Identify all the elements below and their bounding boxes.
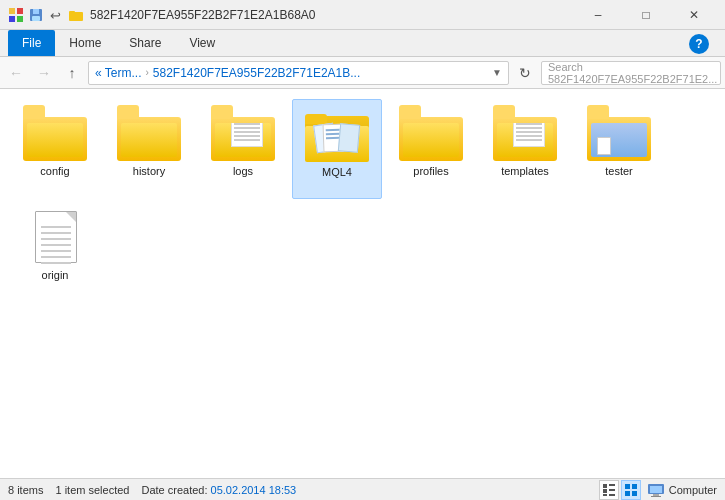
help-button[interactable]: ?	[689, 34, 709, 54]
svg-rect-1	[17, 8, 23, 14]
status-item-count: 8 items	[8, 484, 43, 496]
file-item-templates[interactable]: templates	[480, 99, 570, 199]
file-item-label-profiles: profiles	[413, 165, 448, 177]
file-item-tester[interactable]: tester	[574, 99, 664, 199]
svg-rect-0	[9, 8, 15, 14]
file-item-label-templates: templates	[501, 165, 549, 177]
tab-file[interactable]: File	[8, 30, 55, 56]
title-bar-system-icons: ↩	[8, 7, 84, 23]
view-icon-buttons	[599, 480, 641, 500]
ribbon-tab-list: File Home Share View ?	[0, 30, 725, 56]
file-item-label-origin: origin	[42, 269, 69, 281]
svg-rect-20	[625, 491, 630, 496]
breadcrumb: « Term... › 582F1420F7EA955F22B2F71E2A1B…	[95, 66, 492, 80]
file-item-history[interactable]: history	[104, 99, 194, 199]
file-item-profiles[interactable]: profiles	[386, 99, 476, 199]
svg-rect-21	[632, 491, 637, 496]
svg-rect-25	[651, 496, 661, 497]
file-item-logs[interactable]: logs	[198, 99, 288, 199]
file-item-label-MQL4: MQL4	[322, 166, 352, 178]
breadcrumb-arrow: ›	[145, 67, 148, 78]
computer-button[interactable]: Computer	[647, 483, 717, 497]
svg-rect-5	[33, 9, 39, 14]
large-icon-view-button[interactable]	[621, 480, 641, 500]
window-title: 582F1420F7EA955F22B2F71E2A1B68A0	[90, 8, 569, 22]
minimize-button[interactable]: –	[575, 0, 621, 30]
svg-rect-9	[69, 11, 75, 14]
computer-label: Computer	[669, 484, 717, 496]
up-button[interactable]: ↑	[60, 61, 84, 85]
folder-quick-icon	[68, 7, 84, 23]
folder-icon	[305, 106, 369, 162]
breadcrumb-full[interactable]: 582F1420F7EA955F22B2F71E2A1B...	[153, 66, 360, 80]
folder-icon	[211, 105, 275, 161]
file-item-MQL4[interactable]: MQL4	[292, 99, 382, 199]
status-bar: 8 items 1 item selected Date created: 05…	[0, 478, 725, 500]
refresh-button[interactable]: ↻	[513, 61, 537, 85]
content-area: config history logs	[0, 89, 725, 478]
svg-rect-13	[609, 484, 615, 486]
tab-view[interactable]: View	[175, 30, 229, 56]
file-icon	[29, 209, 81, 265]
status-left: 8 items 1 item selected Date created: 05…	[8, 484, 579, 496]
save-icon	[28, 7, 44, 23]
back-button[interactable]: ←	[4, 61, 28, 85]
list-view-button[interactable]	[599, 480, 619, 500]
svg-text:↩: ↩	[50, 8, 61, 23]
folder-icon	[399, 105, 463, 161]
search-box[interactable]: Search 582F1420F7EA955F22B2F71E2...	[541, 61, 721, 85]
forward-button[interactable]: →	[32, 61, 56, 85]
title-bar: ↩ 582F1420F7EA955F22B2F71E2A1B68A0 – □ ✕	[0, 0, 725, 30]
svg-rect-18	[625, 484, 630, 489]
svg-rect-3	[17, 16, 23, 22]
address-bar: ← → ↑ « Term... › 582F1420F7EA955F22B2F7…	[0, 57, 725, 89]
svg-rect-17	[609, 494, 615, 496]
status-selected: 1 item selected	[55, 484, 129, 496]
svg-rect-12	[603, 484, 607, 488]
file-item-label-tester: tester	[605, 165, 633, 177]
svg-rect-6	[32, 16, 40, 21]
folder-icon	[587, 105, 651, 161]
file-item-origin[interactable]: origin	[10, 203, 100, 303]
file-item-config[interactable]: config	[10, 99, 100, 199]
search-placeholder: Search 582F1420F7EA955F22B2F71E2...	[548, 61, 717, 85]
svg-rect-2	[9, 16, 15, 22]
system-icon	[8, 7, 24, 23]
tab-home[interactable]: Home	[55, 30, 115, 56]
ribbon: File Home Share View ?	[0, 30, 725, 57]
svg-rect-24	[653, 494, 659, 496]
tab-share[interactable]: Share	[115, 30, 175, 56]
svg-rect-16	[603, 494, 607, 496]
folder-icon	[117, 105, 181, 161]
svg-rect-14	[603, 489, 607, 493]
maximize-button[interactable]: □	[623, 0, 669, 30]
file-item-label-config: config	[40, 165, 69, 177]
file-item-label-logs: logs	[233, 165, 253, 177]
svg-rect-19	[632, 484, 637, 489]
path-dropdown-icon[interactable]: ▼	[492, 67, 502, 78]
file-item-label-history: history	[133, 165, 165, 177]
close-button[interactable]: ✕	[671, 0, 717, 30]
status-detail: Date created: 05.02.2014 18:53	[141, 484, 578, 496]
folder-icon	[23, 105, 87, 161]
computer-icon	[647, 483, 665, 497]
undo-icon: ↩	[48, 7, 64, 23]
breadcrumb-term[interactable]: « Term...	[95, 66, 141, 80]
window-controls[interactable]: – □ ✕	[575, 0, 717, 30]
svg-rect-23	[650, 486, 662, 493]
address-path-box[interactable]: « Term... › 582F1420F7EA955F22B2F71E2A1B…	[88, 61, 509, 85]
svg-rect-15	[609, 489, 615, 491]
status-right: Computer	[599, 480, 717, 500]
folder-icon	[493, 105, 557, 161]
